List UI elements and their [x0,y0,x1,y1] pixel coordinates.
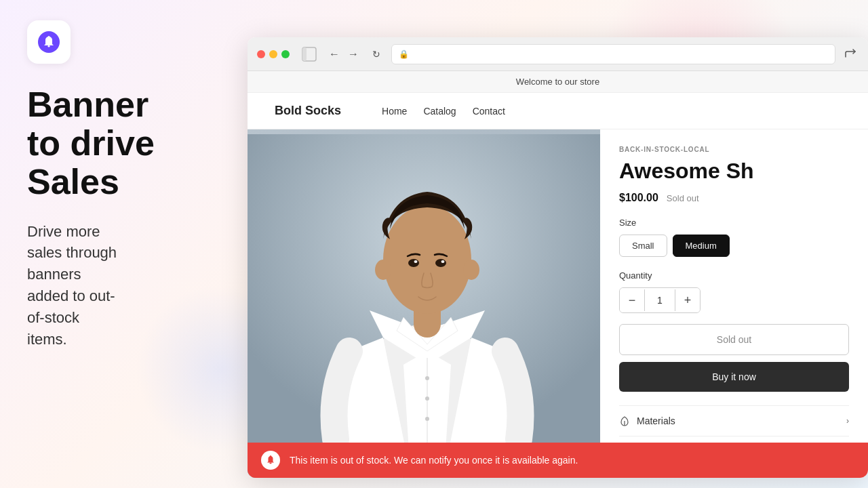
notification-text: This item is out of stock. We can notify… [290,455,578,466]
product-details: BACK-IN-STOCK-LOCAL Awesome Sh $100.00 S… [600,129,868,478]
svg-point-13 [383,205,471,314]
notification-bar[interactable]: This item is out of stock. We can notify… [248,443,868,478]
product-title: Awesome Sh [619,159,849,184]
store-nav: Bold Socks Home Catalog Contact [248,93,868,129]
banner-text: Welcome to our store [516,77,599,87]
headline: Banner to drive Sales [27,85,217,202]
sold-out-badge: Sold out [667,193,699,203]
bell-icon [38,31,60,53]
quantity-label: Quantity [619,270,849,281]
svg-point-14 [408,259,419,267]
traffic-lights [257,50,290,58]
store-banner: Welcome to our store [248,71,868,93]
nav-arrows: ← → [326,46,361,62]
size-options: Small Medium [619,235,849,257]
svg-rect-4 [302,47,307,61]
left-panel: Banner to drive Sales Drive more sales t… [0,0,244,488]
qty-plus-button[interactable]: + [675,288,700,312]
notification-bell-icon [261,451,280,470]
store-logo: Bold Socks [275,104,341,118]
nav-links: Home Catalog Contact [382,106,505,117]
product-image-container [248,129,600,478]
svg-point-10 [425,396,429,401]
svg-point-2 [48,36,50,38]
product-price: $100.00 [619,192,658,204]
svg-point-19 [463,260,479,280]
traffic-light-red[interactable] [257,50,265,58]
back-button[interactable]: ← [326,46,342,62]
size-small-button[interactable]: Small [619,235,667,257]
lock-icon: 🔒 [399,49,409,59]
share-button[interactable] [842,46,859,62]
svg-point-16 [414,260,418,263]
svg-point-17 [441,260,445,263]
svg-point-9 [425,376,429,380]
svg-rect-22 [270,463,272,464]
app-icon [27,20,71,64]
svg-point-15 [435,259,446,267]
quantity-control: − 1 + [619,287,701,313]
subtext: Drive more sales through banners added t… [27,221,217,350]
traffic-light-green[interactable] [281,50,290,58]
product-image [248,129,600,478]
size-label: Size [619,218,849,228]
product-tag: BACK-IN-STOCK-LOCAL [619,146,849,153]
buy-now-button[interactable]: Buy it now [619,362,849,392]
leaf-icon [619,415,630,426]
svg-point-23 [270,455,271,457]
store-content: Welcome to our store Bold Socks Home Cat… [248,71,868,478]
nav-home[interactable]: Home [382,106,407,117]
browser-chrome: ← → ↻ 🔒 [248,37,868,71]
forward-button[interactable]: → [345,46,361,62]
accordion-materials-label: Materials [619,415,675,426]
traffic-light-yellow[interactable] [269,50,277,58]
svg-rect-1 [48,45,50,47]
browser-window: ← → ↻ 🔒 Welcome to our store Bold Socks … [248,37,868,478]
size-medium-button[interactable]: Medium [673,235,730,257]
product-area: BACK-IN-STOCK-LOCAL Awesome Sh $100.00 S… [248,129,868,478]
product-image-svg [248,129,600,478]
refresh-button[interactable]: ↻ [368,46,384,62]
nav-catalog[interactable]: Catalog [423,106,456,117]
sidebar-toggle-icon[interactable] [302,47,317,62]
accordion-materials[interactable]: Materials › [619,405,849,436]
svg-point-18 [375,260,391,280]
qty-value: 1 [644,289,675,311]
address-bar[interactable]: 🔒 [391,44,835,64]
nav-contact[interactable]: Contact [473,106,505,117]
sold-out-button: Sold out [619,324,849,355]
svg-point-11 [425,417,429,421]
price-row: $100.00 Sold out [619,192,849,204]
accordion-chevron-icon: › [846,416,849,426]
qty-minus-button[interactable]: − [620,288,644,312]
